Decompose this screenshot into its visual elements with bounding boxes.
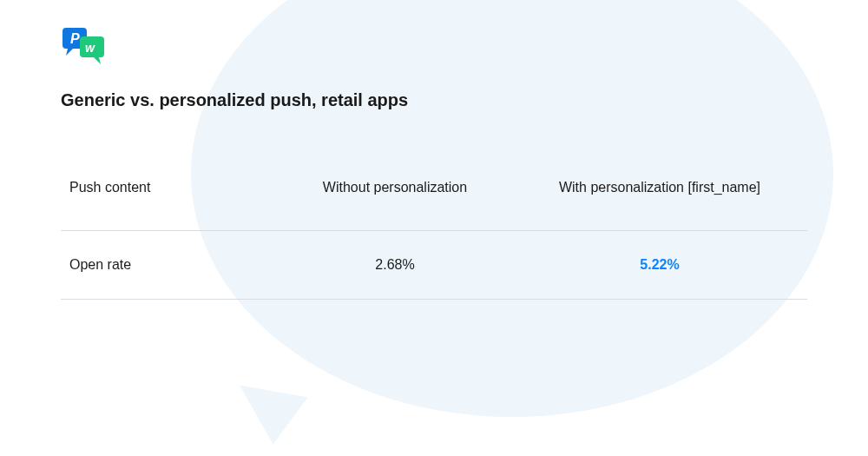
value-with-personalization: 5.22% — [521, 257, 799, 273]
content-wrapper: P w Generic vs. personalized push, retai… — [0, 0, 868, 334]
brand-logo: P w — [61, 28, 807, 66]
table-row: Open rate 2.68% 5.22% — [61, 231, 807, 299]
table-header-row: Push content Without personalization Wit… — [61, 154, 807, 230]
comparison-table: Push content Without personalization Wit… — [61, 154, 807, 300]
pushwoosh-logo-icon: P w — [61, 28, 109, 66]
divider — [61, 299, 807, 300]
background-bubble-tail — [230, 386, 307, 449]
header-with-personalization: With personalization [first_name] — [521, 180, 799, 195]
svg-text:w: w — [85, 41, 95, 55]
svg-text:P: P — [70, 31, 80, 46]
row-label-open-rate: Open rate — [69, 257, 269, 273]
header-push-content: Push content — [69, 180, 269, 195]
header-without-personalization: Without personalization — [269, 180, 521, 195]
page-title: Generic vs. personalized push, retail ap… — [61, 90, 807, 110]
value-without-personalization: 2.68% — [269, 257, 521, 273]
